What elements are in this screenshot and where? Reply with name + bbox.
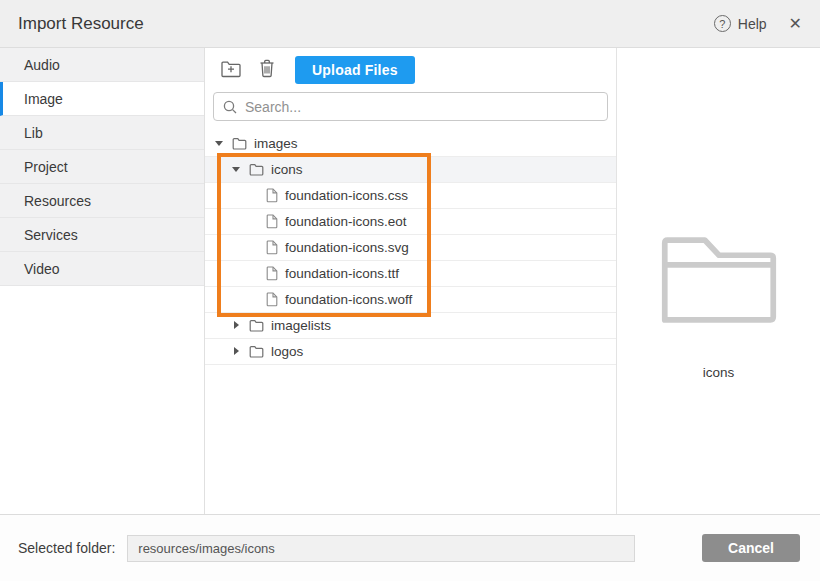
header-actions: ? Help ✕ bbox=[714, 15, 802, 32]
search-icon bbox=[223, 100, 237, 114]
new-folder-button[interactable] bbox=[218, 57, 244, 83]
help-button[interactable]: ? Help bbox=[714, 15, 767, 32]
import-resource-dialog: Import Resource ? Help ✕ Audio Image Lib… bbox=[0, 0, 820, 581]
category-sidebar: Audio Image Lib Project Resources Servic… bbox=[0, 48, 205, 514]
sidebar-item-label: Video bbox=[24, 261, 60, 277]
tree-row-label: icons bbox=[271, 162, 303, 177]
dialog-footer: Selected folder: Cancel bbox=[0, 514, 820, 581]
cancel-button[interactable]: Cancel bbox=[702, 534, 800, 562]
tree-row-label: foundation-icons.eot bbox=[285, 214, 407, 229]
caret-icon bbox=[249, 216, 259, 227]
tree-row-logos[interactable]: logos bbox=[205, 339, 616, 365]
sidebar-item-lib[interactable]: Lib bbox=[0, 116, 204, 150]
toolbar: Upload Files bbox=[205, 48, 616, 92]
sidebar-item-label: Resources bbox=[24, 193, 91, 209]
file-icon bbox=[266, 240, 278, 255]
help-icon: ? bbox=[714, 15, 731, 32]
caret-icon bbox=[249, 242, 259, 253]
caret-right-icon[interactable] bbox=[232, 346, 242, 357]
tree-row-label: images bbox=[254, 136, 298, 151]
caret-down-icon[interactable] bbox=[215, 138, 225, 149]
folder-icon bbox=[249, 163, 264, 176]
caret-right-icon[interactable] bbox=[232, 320, 242, 331]
new-folder-icon bbox=[220, 59, 242, 81]
sidebar-item-label: Audio bbox=[24, 57, 60, 73]
tree-row-foundation-icons.ttf[interactable]: foundation-icons.ttf bbox=[205, 261, 616, 287]
sidebar-item-resources[interactable]: Resources bbox=[0, 184, 204, 218]
file-icon bbox=[266, 188, 278, 203]
sidebar-item-image[interactable]: Image bbox=[0, 82, 204, 116]
tree-row-foundation-icons.css[interactable]: foundation-icons.css bbox=[205, 183, 616, 209]
caret-icon bbox=[249, 190, 259, 201]
search-box bbox=[213, 92, 608, 121]
dialog-header: Import Resource ? Help ✕ bbox=[0, 0, 820, 48]
tree-row-images[interactable]: images bbox=[205, 131, 616, 157]
sidebar-item-video[interactable]: Video bbox=[0, 252, 204, 286]
file-icon bbox=[266, 292, 278, 307]
main-panel: Upload Files images icons bbox=[205, 48, 617, 514]
tree-row-icons[interactable]: icons bbox=[205, 157, 616, 183]
preview-folder-name: icons bbox=[703, 365, 735, 380]
selected-folder-path-input[interactable] bbox=[127, 535, 635, 562]
sidebar-item-label: Services bbox=[24, 227, 78, 243]
selected-folder-label: Selected folder: bbox=[18, 540, 115, 556]
sidebar-item-label: Project bbox=[24, 159, 68, 175]
caret-down-icon[interactable] bbox=[232, 164, 242, 175]
dialog-body: Audio Image Lib Project Resources Servic… bbox=[0, 48, 820, 514]
dialog-title: Import Resource bbox=[18, 14, 144, 34]
tree-row-foundation-icons.svg[interactable]: foundation-icons.svg bbox=[205, 235, 616, 261]
tree-row-label: imagelists bbox=[271, 318, 331, 333]
caret-icon bbox=[249, 268, 259, 279]
tree-row-foundation-icons.woff[interactable]: foundation-icons.woff bbox=[205, 287, 616, 313]
preview-panel: icons bbox=[617, 48, 820, 514]
help-label: Help bbox=[738, 16, 767, 32]
big-folder-icon bbox=[660, 235, 778, 329]
sidebar-item-project[interactable]: Project bbox=[0, 150, 204, 184]
tree-row-label: foundation-icons.css bbox=[285, 188, 408, 203]
trash-icon bbox=[259, 59, 275, 81]
tree-row-label: foundation-icons.svg bbox=[285, 240, 409, 255]
folder-icon bbox=[249, 345, 264, 358]
folder-icon bbox=[249, 319, 264, 332]
delete-button[interactable] bbox=[257, 57, 277, 83]
tree-row-imagelists[interactable]: imagelists bbox=[205, 313, 616, 339]
file-tree: images icons foundation-icons.css founda… bbox=[205, 131, 616, 514]
tree-row-label: foundation-icons.ttf bbox=[285, 266, 399, 281]
file-icon bbox=[266, 266, 278, 281]
sidebar-item-label: Image bbox=[24, 91, 63, 107]
tree-row-foundation-icons.eot[interactable]: foundation-icons.eot bbox=[205, 209, 616, 235]
upload-files-button[interactable]: Upload Files bbox=[295, 56, 415, 84]
sidebar-item-audio[interactable]: Audio bbox=[0, 48, 204, 82]
file-icon bbox=[266, 214, 278, 229]
folder-icon bbox=[232, 137, 247, 150]
tree-row-label: foundation-icons.woff bbox=[285, 292, 412, 307]
tree-row-label: logos bbox=[271, 344, 303, 359]
search-input[interactable] bbox=[213, 92, 608, 121]
sidebar-item-services[interactable]: Services bbox=[0, 218, 204, 252]
close-icon[interactable]: ✕ bbox=[789, 16, 802, 32]
caret-icon bbox=[249, 294, 259, 305]
sidebar-item-label: Lib bbox=[24, 125, 43, 141]
